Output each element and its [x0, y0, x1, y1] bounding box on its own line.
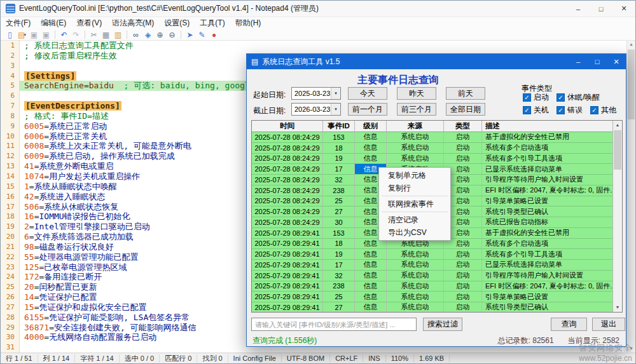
- table-cell[interactable]: 18: [323, 239, 355, 249]
- table-row[interactable]: 2025-07-29 08:29:4132信息系统启动启动引导程序等待用户输入时…: [252, 271, 622, 281]
- statusbar-segment[interactable]: 字符 1 / 14: [75, 354, 120, 363]
- context-menu-item[interactable]: 复制单元格: [379, 169, 450, 182]
- table-cell[interactable]: 系统已报告启动指标: [482, 217, 622, 227]
- cut-icon[interactable]: ✂: [88, 30, 100, 40]
- table-cell[interactable]: 信息: [355, 154, 387, 164]
- table-cell[interactable]: 启动: [444, 154, 482, 164]
- replace-icon[interactable]: ◈: [142, 30, 154, 40]
- table-cell[interactable]: 2025-07-28 08:24:29: [252, 206, 323, 217]
- dialog-close-button[interactable]: ✕: [607, 54, 626, 69]
- table-cell[interactable]: EFI 时区偏移: 2047, 夏令时标志: 0, 固件...: [482, 281, 622, 292]
- table-cell[interactable]: 信息: [355, 132, 387, 142]
- dialog-maximize-button[interactable]: □: [588, 54, 607, 69]
- calendar-dropdown-icon[interactable]: ▾: [331, 104, 340, 115]
- end-date-picker[interactable]: 2026-03-23 ▾: [291, 103, 341, 116]
- table-cell[interactable]: 153: [323, 228, 355, 238]
- table-cell[interactable]: 30: [323, 217, 355, 227]
- find-icon[interactable]: ∞: [130, 30, 142, 40]
- table-cell[interactable]: 基于虚拟化的安全性已禁用: [482, 228, 622, 238]
- table-cell[interactable]: 系统有多个启动选项: [482, 239, 622, 249]
- table-cell[interactable]: 27: [323, 302, 355, 313]
- record-macro-icon[interactable]: ●: [208, 30, 220, 40]
- table-column-header[interactable]: 事件ID: [323, 121, 355, 132]
- table-cell[interactable]: 信息: [355, 281, 387, 292]
- table-vertical-scrollbar[interactable]: ▲ ▼: [612, 121, 622, 312]
- table-cell[interactable]: 2025-07-29 08:29:41: [252, 292, 323, 302]
- table-cell[interactable]: 启动: [444, 292, 482, 302]
- table-row[interactable]: 2025-07-28 08:24:29153信息系统启动启动基于虚拟化的安全性已…: [252, 132, 622, 143]
- table-cell[interactable]: 2025-07-29 08:29:41: [252, 239, 323, 249]
- table-cell[interactable]: 238: [323, 185, 355, 196]
- table-column-header[interactable]: 描述: [482, 121, 622, 132]
- scroll-up-icon[interactable]: ▲: [627, 41, 635, 48]
- editor-scroll-thumb[interactable]: [628, 50, 635, 119]
- statusbar-segment[interactable]: CR+LF: [330, 354, 363, 363]
- statusbar-segment[interactable]: 匹配行 0: [160, 354, 197, 363]
- menubar-item[interactable]: 查看(V): [71, 17, 107, 29]
- table-cell[interactable]: 系统启动: [387, 271, 444, 281]
- table-cell[interactable]: 已显示系统选择启动菜单: [482, 260, 622, 270]
- table-cell[interactable]: 信息: [355, 143, 387, 153]
- table-cell[interactable]: 25: [323, 292, 355, 302]
- table-cell[interactable]: 17: [323, 260, 355, 270]
- table-cell[interactable]: 系统启动: [387, 143, 444, 153]
- table-row[interactable]: 2025-07-29 08:29:4127信息系统启动启动系统引导类型已确认: [252, 302, 622, 313]
- table-cell[interactable]: 19: [323, 154, 355, 164]
- statusbar-segment[interactable]: 行 1 / 51: [1, 354, 38, 363]
- table-scroll-thumb[interactable]: [614, 130, 621, 170]
- table-cell[interactable]: 信息: [355, 249, 387, 259]
- table-cell[interactable]: 系统启动: [387, 292, 444, 302]
- calendar-dropdown-icon[interactable]: ▾: [331, 88, 340, 99]
- pin-icon[interactable]: ➤: [184, 30, 196, 40]
- redo-icon[interactable]: ↷: [70, 30, 82, 40]
- table-cell[interactable]: 系统启动: [387, 154, 444, 164]
- event-type-checkbox[interactable]: ✓错误: [556, 105, 583, 116]
- table-cell[interactable]: EFI 时区偏移: 2047, 夏令时标志: 0, 固件...: [482, 185, 622, 196]
- scroll-down-icon[interactable]: ▼: [613, 303, 622, 312]
- table-column-header[interactable]: 时间: [252, 121, 323, 132]
- table-cell[interactable]: 2025-07-29 08:29:41: [252, 260, 323, 270]
- table-cell[interactable]: 引导程序等待用户输入时间设置: [482, 271, 622, 281]
- query-button[interactable]: 查询: [551, 318, 587, 331]
- table-cell[interactable]: 已显示系统选择启动菜单: [482, 164, 622, 174]
- table-cell[interactable]: 信息: [355, 292, 387, 302]
- table-cell[interactable]: 启动: [444, 260, 482, 270]
- search-input[interactable]: [251, 318, 417, 331]
- context-menu-item[interactable]: 联网搜索事件: [379, 198, 450, 210]
- table-cell[interactable]: 启动: [444, 143, 482, 153]
- statusbar-segment[interactable]: 选中 0 / 0: [120, 354, 160, 363]
- editor-vertical-scrollbar[interactable]: ▲ ▼: [626, 41, 635, 353]
- table-cell[interactable]: 启动: [444, 132, 482, 142]
- notepad-maximize-button[interactable]: □: [590, 1, 612, 17]
- table-cell[interactable]: 2025-07-29 08:29:41: [252, 228, 323, 238]
- table-cell[interactable]: 32: [323, 175, 355, 185]
- table-cell[interactable]: 25: [323, 196, 355, 206]
- zoom-in-icon[interactable]: ⊕: [154, 30, 166, 40]
- table-cell[interactable]: 2025-07-28 08:24:29: [252, 164, 323, 174]
- statusbar-segment[interactable]: UTF-8 BOM: [282, 354, 330, 363]
- date-quick-button[interactable]: 前一个月: [348, 103, 387, 116]
- table-cell[interactable]: 系统启动: [387, 260, 444, 270]
- table-row[interactable]: 2025-07-28 08:24:2918信息系统启动启动系统有多个启动选项: [252, 143, 622, 154]
- table-cell[interactable]: 系统启动: [387, 302, 444, 313]
- event-type-checkbox[interactable]: ✓启动: [523, 92, 549, 103]
- notepad-close-button[interactable]: ✕: [612, 1, 635, 17]
- menubar-item[interactable]: 文件(F): [1, 17, 36, 29]
- statusbar-segment[interactable]: 找到 0: [197, 354, 228, 363]
- table-cell[interactable]: 信息: [355, 302, 387, 313]
- date-quick-button[interactable]: 昨天: [397, 87, 436, 100]
- editor-line[interactable]: 1; 系统日志查询工具配置文件: [1, 41, 635, 51]
- table-cell[interactable]: 引导菜单策略已设置: [482, 292, 622, 302]
- table-cell[interactable]: 32: [323, 271, 355, 281]
- table-row[interactable]: 2025-07-28 08:24:2919信息系统启动启动系统有多个引导工具选项: [252, 154, 622, 165]
- search-filter-button[interactable]: 搜索过滤: [423, 318, 462, 331]
- context-menu-item[interactable]: 复制行: [379, 182, 450, 194]
- table-row[interactable]: 2025-07-29 08:29:4117信息系统启动启动已显示系统选择启动菜单: [252, 260, 622, 271]
- date-quick-button[interactable]: 今天: [348, 87, 387, 100]
- table-cell[interactable]: 19: [323, 249, 355, 259]
- table-cell[interactable]: 启动: [444, 249, 482, 259]
- table-cell[interactable]: 系统有多个启动选项: [482, 143, 622, 153]
- statusbar-segment[interactable]: 110%: [386, 354, 414, 363]
- menubar-item[interactable]: 工具(T): [195, 17, 230, 29]
- date-quick-button[interactable]: 前三个月: [397, 103, 436, 116]
